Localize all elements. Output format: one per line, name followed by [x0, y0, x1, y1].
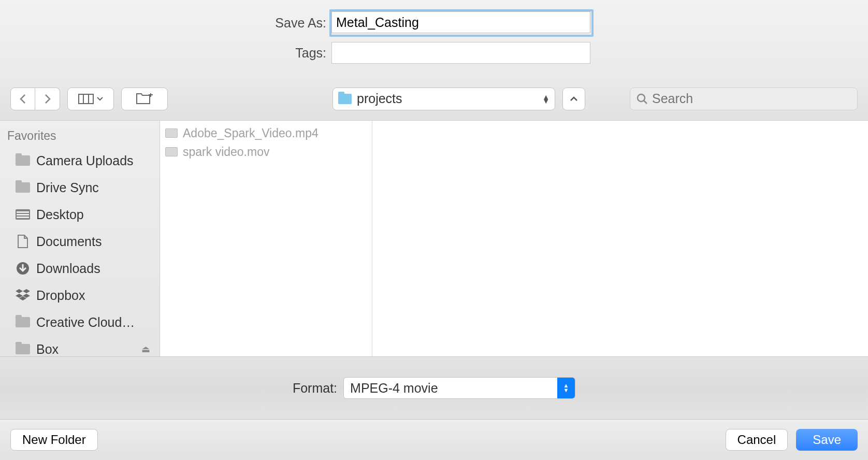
sidebar-item-label: Creative Cloud…: [36, 315, 135, 330]
sidebar-item-documents[interactable]: Documents: [0, 228, 160, 255]
file-column-1: Adobe_Spark_Video.mp4 spark video.mov: [160, 121, 372, 356]
sidebar-item-label: Camera Uploads: [36, 153, 134, 168]
save-button[interactable]: Save: [796, 429, 858, 451]
bottom-bar: New Folder Cancel Save: [0, 420, 868, 460]
sidebar-item-dropbox[interactable]: Dropbox: [0, 282, 160, 309]
forward-button[interactable]: [35, 88, 60, 110]
view-mode-button[interactable]: [67, 88, 114, 110]
format-dropdown[interactable]: MPEG-4 movie ▲▼: [343, 377, 575, 399]
sidebar: Favorites Camera Uploads Drive Sync Desk…: [0, 121, 160, 356]
new-folder-icon-button[interactable]: [121, 88, 168, 110]
svg-rect-0: [79, 94, 93, 104]
location-name: projects: [357, 91, 537, 106]
sidebar-item-creative-cloud[interactable]: Creative Cloud…: [0, 309, 160, 336]
file-item[interactable]: Adobe_Spark_Video.mp4: [160, 124, 372, 142]
eject-icon[interactable]: ⏏: [141, 343, 150, 355]
folder-icon: [16, 155, 30, 166]
toolbar: projects ▲▼: [0, 77, 868, 121]
search-icon: [636, 93, 648, 105]
sidebar-item-box[interactable]: Box ⏏: [0, 336, 160, 356]
file-name: Adobe_Spark_Video.mp4: [183, 126, 319, 140]
sidebar-item-label: Downloads: [36, 261, 100, 276]
sidebar-item-camera-uploads[interactable]: Camera Uploads: [0, 147, 160, 174]
file-name: spark video.mov: [183, 145, 269, 159]
chevron-up-icon: [570, 96, 578, 102]
tags-input[interactable]: [331, 42, 590, 64]
folder-plus-icon: [136, 93, 153, 105]
chevron-down-icon: [97, 97, 103, 101]
sidebar-item-label: Box: [36, 342, 59, 357]
sidebar-item-downloads[interactable]: Downloads: [0, 255, 160, 282]
new-folder-button[interactable]: New Folder: [10, 429, 98, 451]
desktop-icon: [16, 209, 30, 220]
format-value: MPEG-4 movie: [344, 381, 557, 396]
columns-icon: [78, 94, 94, 104]
chevron-left-icon: [19, 94, 26, 104]
search-input[interactable]: [652, 91, 851, 106]
sidebar-item-drive-sync[interactable]: Drive Sync: [0, 174, 160, 201]
sidebar-item-label: Desktop: [36, 207, 84, 222]
format-label: Format:: [293, 381, 337, 396]
sidebar-item-label: Dropbox: [36, 288, 85, 303]
folder-icon: [16, 317, 30, 327]
document-icon: [16, 236, 30, 247]
sidebar-section-title: Favorites: [0, 126, 160, 147]
downloads-icon: [16, 263, 30, 274]
cancel-button[interactable]: Cancel: [726, 429, 788, 451]
sidebar-item-label: Documents: [36, 234, 102, 249]
file-column-2: [372, 121, 868, 356]
folder-icon: [16, 182, 30, 193]
save-header: Save As: Tags:: [0, 0, 868, 77]
file-item[interactable]: spark video.mov: [160, 142, 372, 161]
search-box[interactable]: [630, 88, 858, 110]
sidebar-item-desktop[interactable]: Desktop: [0, 201, 160, 228]
sidebar-item-label: Drive Sync: [36, 180, 99, 195]
video-thumb-icon: [165, 147, 178, 156]
updown-icon: ▲▼: [557, 378, 575, 398]
location-dropdown[interactable]: projects ▲▼: [332, 88, 555, 110]
save-as-input[interactable]: [331, 11, 590, 33]
format-section: Format: MPEG-4 movie ▲▼: [0, 356, 868, 420]
folder-icon: [338, 94, 352, 104]
file-browser: Favorites Camera Uploads Drive Sync Desk…: [0, 121, 868, 356]
save-as-label: Save As:: [0, 16, 331, 31]
chevron-right-icon: [44, 94, 51, 104]
nav-buttons: [10, 88, 60, 110]
updown-icon: ▲▼: [542, 95, 549, 103]
back-button[interactable]: [10, 88, 35, 110]
svg-point-5: [638, 94, 645, 102]
dropbox-icon: [16, 290, 30, 301]
collapse-button[interactable]: [562, 88, 585, 110]
tags-label: Tags:: [0, 46, 331, 61]
video-thumb-icon: [165, 128, 178, 138]
svg-line-6: [644, 100, 647, 104]
folder-icon: [16, 344, 30, 354]
